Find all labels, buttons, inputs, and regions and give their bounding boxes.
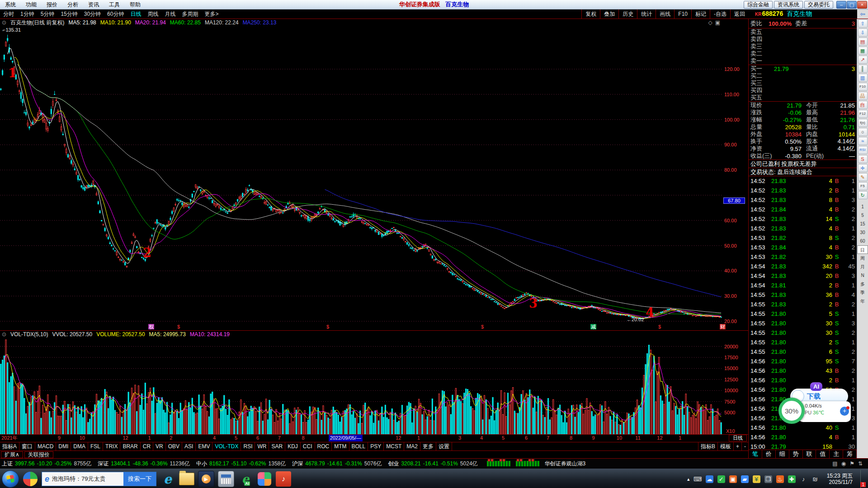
indicator-tab-VR[interactable]: VR — [153, 442, 166, 450]
toolbar-button-叠加[interactable]: 叠加 — [600, 9, 618, 19]
timeframe-更多>[interactable]: 更多> — [201, 10, 222, 18]
taskbar-app-red[interactable]: ♪ — [276, 471, 291, 487]
toolbar-button-返回[interactable]: 返回 — [730, 9, 749, 19]
indicator-tab-EMV[interactable]: EMV — [196, 442, 212, 450]
timeframe-多周期[interactable]: 多周期 — [179, 10, 201, 18]
panel-tab-联[interactable]: 联 — [803, 450, 816, 458]
ai-badge[interactable]: AI — [810, 382, 822, 391]
f12-icon[interactable]: F12 — [858, 110, 868, 118]
period-shortcut-多[interactable]: 多 — [857, 280, 868, 288]
shield-icon[interactable]: ✚ — [788, 475, 796, 483]
kline-icon[interactable]: ║ — [858, 65, 868, 73]
speaker-icon[interactable]: ♪ — [800, 475, 807, 483]
panel-tab-主[interactable]: 主 — [830, 450, 843, 458]
period-shortcut-季[interactable]: 季 — [857, 288, 868, 297]
taskbar-app-media[interactable]: ▶ — [198, 471, 214, 487]
title-button-交易委托[interactable]: 交易委托 — [804, 1, 833, 9]
price-chart-pane[interactable]: ⌐135.31 120.00110.00100.0090.0080.0060.0… — [0, 26, 748, 331]
indicator-tab-RSI[interactable]: RSI — [241, 442, 255, 450]
f10-icon[interactable]: F10 — [858, 83, 868, 91]
chart-corner-icons[interactable]: ◇▣ — [708, 19, 748, 26]
cloud-icon[interactable]: ☁ — [706, 475, 713, 483]
menu-item-帮助[interactable]: 帮助 — [125, 1, 146, 9]
indicator-tab-PSY[interactable]: PSY — [368, 442, 384, 450]
taskbar-search[interactable]: e 泡泡玛特：79元太贵 搜索一下 — [42, 472, 156, 486]
period-shortcut-年[interactable]: 年 — [857, 297, 868, 305]
title-button-综合金融[interactable]: 综合金融 — [744, 1, 773, 9]
taskbar-app-pinwheel[interactable] — [23, 471, 38, 487]
taskbar-app-calculator[interactable] — [218, 471, 234, 487]
circle-icon[interactable]: ○ — [858, 128, 868, 136]
taskbar-app-ie[interactable]: e — [160, 471, 175, 487]
timeframe-分时[interactable]: 分时 — [0, 10, 17, 18]
period-shortcut-月[interactable]: 月 — [857, 263, 868, 271]
indicator-tab-VOL-TDX[interactable]: VOL-TDX — [212, 442, 241, 450]
up-arrow-icon[interactable]: ⇧ — [858, 19, 868, 28]
menu-item-工具[interactable]: 工具 — [104, 1, 125, 9]
chart-corner-icon[interactable]: ◇ — [708, 19, 712, 26]
doc-icon[interactable]: ▰ — [741, 475, 749, 483]
status-icon[interactable]: ⚑ — [849, 460, 854, 467]
quote-grid-icon[interactable]: ▦ — [858, 47, 868, 55]
timeframe-15分钟[interactable]: 15分钟 — [57, 10, 80, 18]
search-input[interactable]: 泡泡玛特：79元太贵 — [52, 475, 123, 483]
event-marker[interactable]: $ — [481, 324, 484, 329]
index-quote-中小[interactable]: 中小8162.17-51.10-0.62%1358亿 — [196, 460, 286, 468]
event-marker[interactable]: 财 — [720, 324, 726, 329]
tree-icon[interactable]: 品 — [858, 92, 868, 100]
indicator-tab-DMA[interactable]: DMA — [71, 442, 88, 450]
panel-tab-细[interactable]: 细 — [776, 450, 789, 458]
event-marker[interactable]: $ — [177, 324, 180, 329]
index-quote-沪深[interactable]: 沪深4678.79-14.61-0.31%5076亿 — [292, 460, 382, 468]
timeframe-60分钟[interactable]: 60分钟 — [104, 10, 127, 18]
period-shortcut-60[interactable]: 60 — [857, 237, 868, 245]
event-marker[interactable]: 减 — [590, 324, 596, 329]
timeframe-日线[interactable]: 日线 — [127, 10, 144, 18]
menu-item-系统[interactable]: 系统 — [0, 1, 21, 9]
add-button[interactable]: + — [840, 407, 849, 416]
taskbar-app-suite[interactable] — [257, 471, 272, 487]
indicator-tab-设置[interactable]: 设置 — [436, 442, 452, 450]
restore-button[interactable]: ▢ — [847, 1, 857, 9]
menu-item-资讯[interactable]: 资讯 — [83, 1, 104, 9]
panel-tab-势[interactable]: 势 — [789, 450, 803, 458]
cctv-icon[interactable]: ▣ — [729, 475, 737, 483]
status-icon[interactable]: ⇅ — [858, 460, 863, 467]
index-quote-深证[interactable]: 深证13404.1-48.36-0.36%11236亿 — [98, 460, 190, 468]
panel-tab-价[interactable]: 价 — [762, 450, 776, 458]
minimize-button[interactable]: – — [836, 1, 846, 9]
period-shortcut-N[interactable]: N — [857, 271, 868, 280]
taskbar-app-explorer[interactable] — [179, 471, 194, 487]
indicator-tab-ASI[interactable]: ASI — [182, 442, 196, 450]
toolbar-button-历史[interactable]: 历史 — [618, 9, 637, 19]
indicator-tab-MTM[interactable]: MTM — [332, 442, 349, 450]
indicator-tab-FSL[interactable]: FSL — [88, 442, 103, 450]
title-button-资讯系统[interactable]: 资讯系统 — [774, 1, 803, 9]
status-icon[interactable]: ◉ — [841, 460, 846, 467]
event-marker[interactable]: $ — [326, 324, 329, 329]
chart-corner-icon[interactable]: ▣ — [715, 19, 720, 26]
toolbar-button-统计[interactable]: 统计 — [637, 9, 656, 19]
timeframe-周线[interactable]: 周线 — [144, 10, 161, 18]
down-arrow-icon[interactable]: ⇩ — [858, 28, 868, 37]
indicator-tab-BOLL[interactable]: BOLL — [349, 442, 368, 450]
panel-tab-值[interactable]: 值 — [816, 450, 830, 458]
safe-check-icon[interactable]: ✓ — [717, 475, 725, 483]
timeframe-30分钟[interactable]: 30分钟 — [81, 10, 104, 18]
toolbar-button-标记[interactable]: 标记 — [691, 9, 710, 19]
collapse-icon[interactable]: ⊙ — [2, 331, 6, 338]
indicator-tab-MACD[interactable]: MACD — [35, 442, 56, 450]
period-shortcut-1[interactable]: 1 — [857, 202, 868, 211]
indicator-tab-OBV[interactable]: OBV — [166, 442, 182, 450]
indicator-tab-MCST[interactable]: MCST — [384, 442, 404, 450]
report-icon[interactable]: ▤ — [858, 38, 868, 46]
rsi-icon[interactable]: RSI — [858, 146, 868, 154]
search-button[interactable]: 搜索一下 — [123, 472, 156, 486]
show-desktop-button[interactable]: 1 — [860, 470, 866, 488]
menu-item-分析[interactable]: 分析 — [62, 1, 83, 9]
memory-ring[interactable]: 30% — [778, 398, 805, 424]
period-shortcut-5[interactable]: 5 — [857, 211, 868, 220]
edit-icon[interactable]: ✎ — [858, 173, 868, 181]
indicator-tab-KDJ[interactable]: KDJ — [285, 442, 301, 450]
news-icon[interactable]: ▥ — [858, 74, 868, 82]
